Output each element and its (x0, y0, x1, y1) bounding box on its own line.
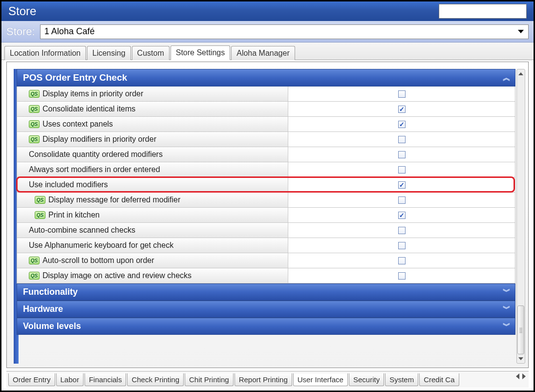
setting-label-text: Auto-scroll to bottom upon order (43, 256, 154, 265)
setting-label-text: Auto-combine scanned checks (29, 226, 135, 235)
store-dropdown-value: 1 Aloha Café (44, 26, 95, 37)
setting-row: QSAuto-scroll to bottom upon order (17, 253, 515, 268)
tab-scroll-left-icon[interactable] (516, 373, 519, 379)
setting-checkbox[interactable] (398, 151, 406, 158)
store-dropdown[interactable]: 1 Aloha Café (40, 24, 529, 39)
setting-row: QSConsolidate identical items (17, 102, 515, 117)
setting-value-cell (288, 132, 515, 147)
setting-checkbox[interactable] (398, 227, 406, 234)
setting-label: QSDisplay items in priority order (17, 87, 288, 101)
vertical-scrollbar[interactable] (516, 69, 525, 364)
setting-checkbox[interactable] (398, 166, 406, 174)
setting-value-cell (288, 208, 515, 222)
setting-row: Consolidate quantity ordered modifiers (17, 147, 515, 162)
section-title: POS Order Entry Check (23, 72, 127, 83)
setting-checkbox[interactable] (398, 121, 406, 128)
settings-scroll-area: POS Order Entry Check QSDisplay items in… (17, 69, 515, 364)
bottom-tab-chit-printing[interactable]: Chit Printing (185, 373, 234, 386)
setting-label: QSDisplay image on active and review che… (17, 268, 288, 283)
collapse-icon (503, 73, 509, 83)
bottom-tab-report-printing[interactable]: Report Printing (235, 373, 292, 386)
setting-checkbox[interactable] (398, 212, 406, 219)
bottom-tab-labor[interactable]: Labor (56, 373, 84, 386)
bottom-tab-check-printing[interactable]: Check Printing (127, 373, 184, 386)
tab-scroll-right-icon[interactable] (522, 373, 526, 379)
bottom-tab-user-interface[interactable]: User Interface (293, 373, 348, 386)
setting-row: Use Alphanumeric keyboard for get check (17, 238, 515, 253)
setting-row: QSDisplay image on active and review che… (17, 268, 515, 283)
scroll-up-button[interactable] (517, 69, 525, 78)
setting-checkbox[interactable] (398, 272, 406, 280)
setting-label-text: Use Alphanumeric keyboard for get check (29, 241, 173, 250)
setting-value-cell (288, 223, 515, 238)
bottom-tabs: Order EntryLaborFinancialsCheck Printing… (6, 371, 529, 388)
setting-value-cell (288, 268, 515, 283)
setting-label-text: Consolidate identical items (43, 105, 135, 113)
tab-licensing[interactable]: Licensing (87, 46, 131, 60)
setting-label: QSDisplay modifiers in priority order (17, 132, 288, 147)
setting-label: QSUses context panels (17, 117, 288, 131)
setting-label-text: Print in kitchen (48, 211, 100, 219)
setting-row: QSPrint in kitchen (17, 208, 515, 223)
setting-label-text: Always sort modifiers in order entered (29, 165, 160, 174)
settings-grid: QSDisplay items in priority orderQSConso… (17, 87, 515, 283)
setting-label: Auto-combine scanned checks (17, 223, 288, 238)
qs-icon: QS (29, 257, 40, 264)
qs-icon: QS (35, 211, 45, 219)
setting-checkbox[interactable] (398, 242, 406, 249)
tab-custom[interactable]: Custom (132, 46, 170, 60)
setting-row: Auto-combine scanned checks (17, 223, 515, 238)
setting-label-text: Consolidate quantity ordered modifiers (29, 150, 163, 159)
store-selector-row: Store: 1 Aloha Café (1, 21, 534, 43)
setting-value-cell (288, 102, 515, 116)
scroll-down-button[interactable] (517, 354, 525, 363)
setting-value-cell (288, 117, 515, 131)
section-header-hardware[interactable]: Hardware (17, 301, 515, 318)
setting-checkbox[interactable] (398, 106, 406, 113)
setting-label: Use included modifiers (17, 177, 288, 192)
setting-label: QSDisplay message for deferred modifier (17, 193, 288, 207)
section-title: Volume levels (23, 321, 81, 331)
qs-icon: QS (29, 272, 40, 280)
setting-label-text: Display image on active and review check… (43, 271, 192, 280)
header-search-input[interactable] (439, 4, 527, 19)
expand-icon (503, 304, 509, 314)
tab-store-settings[interactable]: Store Settings (171, 45, 231, 60)
scroll-thumb[interactable] (517, 305, 524, 354)
setting-checkbox[interactable] (398, 181, 406, 189)
setting-value-cell (288, 147, 515, 162)
setting-label: Consolidate quantity ordered modifiers (17, 147, 288, 162)
tab-location-information[interactable]: Location Information (4, 46, 86, 60)
bottom-tab-credit-ca[interactable]: Credit Ca (419, 373, 459, 386)
section-header-volume-levels[interactable]: Volume levels (17, 318, 515, 335)
bottom-tab-security[interactable]: Security (349, 373, 384, 386)
tab-aloha-manager[interactable]: Aloha Manager (231, 46, 295, 60)
title-bar: Store (1, 1, 534, 21)
setting-label-text: Display message for deferred modifier (48, 196, 180, 204)
bottom-tab-order-entry[interactable]: Order Entry (8, 373, 55, 386)
store-label: Store: (6, 25, 35, 38)
setting-label: QSConsolidate identical items (17, 102, 288, 116)
setting-row: Use included modifiers (17, 177, 515, 193)
setting-row: QSDisplay items in priority order (17, 87, 515, 102)
setting-value-cell (288, 238, 515, 253)
expand-icon (503, 321, 509, 331)
section-header-pos-order-entry[interactable]: POS Order Entry Check (17, 69, 515, 87)
setting-checkbox[interactable] (398, 196, 406, 204)
setting-row: QSDisplay modifiers in priority order (17, 132, 515, 147)
setting-label-text: Display modifiers in priority order (43, 135, 156, 144)
setting-value-cell (288, 87, 515, 101)
setting-label: Use Alphanumeric keyboard for get check (17, 238, 288, 253)
setting-checkbox[interactable] (398, 90, 406, 98)
setting-label: QSAuto-scroll to bottom upon order (17, 253, 288, 268)
expand-icon (503, 287, 509, 297)
qs-icon: QS (29, 120, 40, 128)
setting-value-cell (288, 193, 515, 207)
setting-checkbox[interactable] (398, 257, 406, 264)
setting-label-text: Uses context panels (43, 120, 113, 129)
setting-value-cell (288, 177, 515, 192)
bottom-tab-system[interactable]: System (385, 373, 418, 386)
bottom-tab-financials[interactable]: Financials (85, 373, 127, 386)
setting-checkbox[interactable] (398, 136, 406, 143)
section-header-functionality[interactable]: Functionality (17, 283, 515, 301)
